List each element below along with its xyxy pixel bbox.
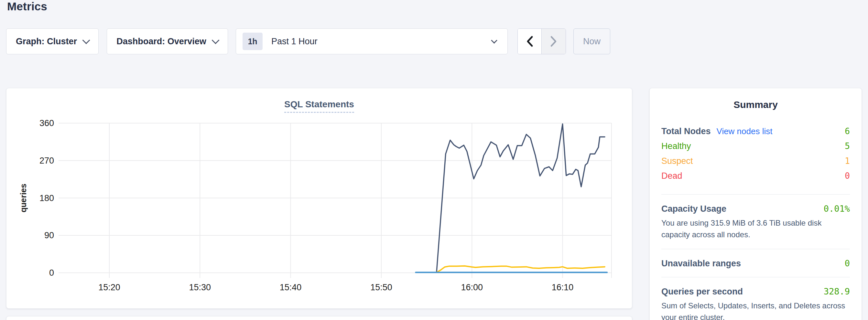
metrics-page: Metrics Graph: Cluster Dashboard: Overvi… <box>0 0 868 320</box>
healthy-value: 5 <box>845 141 850 151</box>
suspect-label: Suspect <box>661 156 693 166</box>
dead-nodes-row: Dead 0 <box>661 171 850 186</box>
unavailable-ranges-section: Unavailable ranges 0 <box>661 258 850 268</box>
divider <box>661 194 850 195</box>
time-pager <box>518 28 566 54</box>
dead-value: 0 <box>845 171 850 181</box>
chevron-down-icon <box>491 37 497 44</box>
queries-per-second-value: 328.9 <box>824 286 850 296</box>
divider <box>661 249 850 249</box>
chevron-left-icon <box>526 36 534 47</box>
unavailable-ranges-label: Unavailable ranges <box>661 259 741 268</box>
now-button-label: Now <box>583 36 600 46</box>
y-tick-label: 180 <box>39 193 54 203</box>
divider <box>661 277 850 277</box>
capacity-usage-label: Capacity Usage <box>661 204 726 214</box>
y-axis-label: queries <box>19 184 28 212</box>
sql-statements-chart: 09018027036015:2015:3015:4015:5016:0016:… <box>6 88 632 308</box>
suspect-value: 1 <box>845 156 850 166</box>
total-nodes-value: 6 <box>845 126 850 136</box>
yellow-series <box>437 266 605 273</box>
suspect-nodes-row: Suspect 1 <box>661 156 850 171</box>
unavailable-ranges-value: 0 <box>845 258 850 268</box>
summary-title: Summary <box>661 99 850 110</box>
y-tick-label: 90 <box>44 230 54 240</box>
healthy-label: Healthy <box>661 141 691 151</box>
time-range-label: Past 1 Hour <box>271 36 317 46</box>
queries-per-second-label: Queries per second <box>661 287 743 297</box>
graph-dropdown[interactable]: Graph: Cluster <box>6 28 99 54</box>
total-nodes-label: Total Nodes <box>661 126 711 136</box>
queries-per-second-section: Queries per second 328.9 Sum of Selects,… <box>661 286 850 320</box>
total-nodes-row: Total Nodes View nodes list 6 <box>661 126 850 141</box>
chart-title[interactable]: SQL Statements <box>284 99 354 113</box>
next-chart-card-peek <box>6 316 632 320</box>
view-nodes-list-link[interactable]: View nodes list <box>717 126 773 136</box>
page-title: Metrics <box>7 0 47 13</box>
dead-label: Dead <box>661 171 682 181</box>
chevron-down-icon <box>82 36 90 44</box>
x-tick-label: 15:30 <box>189 283 211 292</box>
x-tick-label: 15:50 <box>370 283 392 292</box>
x-tick-label: 16:00 <box>461 283 483 292</box>
graph-dropdown-label: Graph: Cluster <box>16 36 77 46</box>
now-button[interactable]: Now <box>574 28 610 54</box>
y-tick-label: 270 <box>39 156 54 165</box>
capacity-usage-value: 0.01% <box>824 204 850 214</box>
chevron-right-icon <box>550 36 558 47</box>
next-time-button[interactable] <box>542 29 566 54</box>
y-tick-label: 0 <box>49 268 54 278</box>
capacity-usage-description: You are using 315.9 MiB of 3.6 TiB usabl… <box>661 217 850 241</box>
dashboard-dropdown-label: Dashboard: Overview <box>117 36 206 46</box>
time-range-badge: 1h <box>243 33 262 50</box>
time-range-selector[interactable]: 1h Past 1 Hour <box>236 28 508 54</box>
node-status-list: Total Nodes View nodes list 6 Healthy 5 … <box>661 126 850 186</box>
x-tick-label: 15:20 <box>98 283 120 292</box>
chevron-down-icon <box>212 36 219 44</box>
x-tick-label: 16:10 <box>552 283 574 292</box>
queries-per-second-description: Sum of Selects, Updates, Inserts, and De… <box>661 300 850 320</box>
x-tick-label: 15:40 <box>280 283 302 292</box>
capacity-usage-section: Capacity Usage 0.01% You are using 315.9… <box>661 204 850 241</box>
summary-panel: Summary Total Nodes View nodes list 6 He… <box>649 88 862 320</box>
healthy-nodes-row: Healthy 5 <box>661 141 850 156</box>
prev-time-button[interactable] <box>518 29 542 54</box>
dashboard-dropdown[interactable]: Dashboard: Overview <box>107 28 228 54</box>
sql-statements-chart-card: 09018027036015:2015:3015:4015:5016:0016:… <box>6 88 632 309</box>
y-tick-label: 360 <box>39 118 54 128</box>
